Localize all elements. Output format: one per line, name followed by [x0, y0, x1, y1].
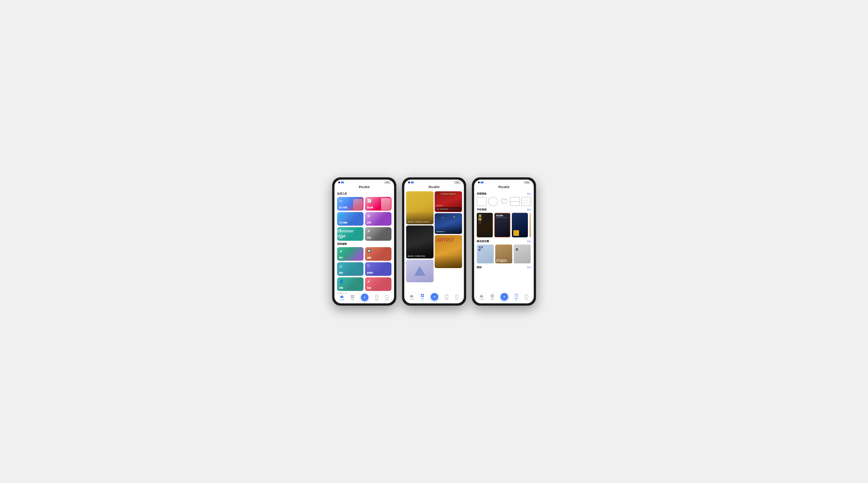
nav-effects-3[interactable]: 特效 [490, 294, 494, 300]
svg-rect-21 [492, 294, 494, 296]
nav-effects-label-2: 特效 [421, 297, 424, 300]
phone-3-content[interactable]: 拼图模板 更多 [474, 191, 534, 292]
nav-projects-label-2: 项目 [455, 298, 459, 300]
signal-icon-2 [411, 182, 414, 183]
effect-shadow[interactable]: Special - Golden Hour [406, 225, 434, 258]
tool-scissors[interactable]: ✂ 剪刀抠图 [337, 197, 364, 211]
templates-icon-1 [375, 295, 379, 298]
nav-projects-2[interactable]: 项目 [455, 294, 459, 300]
nav-templates-2[interactable]: 模板 [444, 294, 448, 300]
moments-row[interactable]: 无往前 Shopping Fiesta双十一购物狂欢节 手记 [477, 245, 531, 264]
phone-2-content[interactable]: Special - Summon a Genie Special - Golde… [404, 191, 464, 292]
moment-notes[interactable]: 手记 [514, 245, 531, 263]
nav-effects-label-1: 特效 [351, 299, 354, 301]
shape-square[interactable] [477, 197, 487, 206]
shape-circle[interactable] [488, 197, 498, 206]
shape-split[interactable] [510, 197, 520, 206]
tool-eraser[interactable]: ⬜ 橡皮擦 [365, 197, 392, 211]
effect-christmas2[interactable]: Christmas_2 [435, 213, 462, 234]
svg-rect-15 [445, 294, 448, 297]
effect-golden[interactable]: Special - Summon a Genie [406, 191, 434, 224]
tool-collage[interactable]: ⊞ 拼图 [365, 212, 392, 226]
nav-toolbox-1[interactable]: 工具箱 [339, 295, 344, 301]
status-left-3 [478, 182, 484, 183]
tool-glitch[interactable]: G 故障风 [365, 262, 392, 276]
svg-rect-12 [423, 294, 424, 295]
moments-section-header: 微信朋友圈 更多 [477, 239, 531, 243]
poster-moon[interactable] [512, 213, 528, 237]
svg-rect-22 [491, 296, 492, 297]
effects-col-left: Special - Summon a Genie Special - Golde… [406, 191, 434, 282]
shape-heart[interactable] [499, 197, 508, 206]
svg-rect-10 [411, 295, 412, 296]
poster-suit[interactable]: 私定西装 PERSONAL TAILOR [494, 213, 510, 237]
phone-1: PRO PicsKit 实用工具 ✂ 剪刀抠图 [332, 178, 396, 305]
nav-templates-1[interactable]: 模板 [375, 295, 379, 301]
tool-adjust[interactable]: ▲ 调节 [337, 247, 364, 261]
moment-shopping[interactable]: Shopping Fiesta双十一购物狂欢节 [495, 245, 512, 263]
effect-christmas1[interactable]: CHRISTMAS Christmas [435, 191, 462, 212]
toolbox-icon [340, 295, 344, 298]
tool-eraser-label: 橡皮擦 [367, 206, 373, 209]
nav-add-1[interactable]: + [361, 294, 368, 301]
shape-triple[interactable] [521, 197, 531, 206]
poster-more[interactable]: 更多 [527, 208, 531, 211]
nav-projects-1[interactable]: 项目 [385, 295, 389, 301]
app-title-2: PicsKit [404, 185, 464, 191]
phone-2-screen: PRO PicsKit Special - Summon a Genie [404, 180, 464, 303]
poster-row[interactable]: 美 味 CAN 私定西装 PERSONAL TAILOR [477, 213, 531, 238]
nav-effects-2[interactable]: 特效 [420, 294, 425, 301]
tool-crop-label: 裁剪 [339, 271, 343, 274]
signal-icon-3 [480, 182, 484, 183]
tool-text-label: 文字 [339, 236, 343, 239]
tool-art[interactable]: 🌐 艺术滤镜 [337, 212, 364, 226]
effects-col-right: CHRISTMAS Christmas [435, 191, 462, 282]
nav-add-2[interactable]: + [431, 293, 438, 300]
tool-filter-label: 滤镜 [367, 256, 371, 259]
effect-golden-label: Special - Summon a Genie [408, 221, 429, 223]
svg-rect-14 [423, 296, 424, 297]
projects-icon-1 [385, 295, 389, 298]
svg-rect-6 [375, 295, 378, 298]
moments-more[interactable]: 更多 [527, 240, 531, 243]
effects-grid: Special - Summon a Genie Special - Golde… [406, 191, 462, 284]
camera-dot-2 [408, 182, 410, 183]
tool-filter[interactable]: 🔲 滤镜 [365, 247, 392, 261]
poster-extra[interactable] [529, 213, 531, 237]
effects-icon-2 [420, 294, 425, 297]
nav-templates-label-2: 模板 [445, 298, 448, 300]
nav-add-3[interactable]: + [500, 293, 508, 300]
tool-fade-label: 淡色 [367, 236, 371, 239]
icon-more[interactable]: 更多 [527, 266, 531, 269]
nav-toolbox-2[interactable]: 工具箱 [409, 294, 414, 300]
effect-christmas2-label: Christmas_2 [436, 231, 445, 232]
moment-forward[interactable]: 无往前 [477, 245, 494, 263]
svg-rect-26 [525, 295, 528, 297]
nav-templates-3[interactable]: 模板 [514, 294, 519, 301]
tool-collage-label: 拼图 [367, 221, 371, 224]
tool-crop[interactable]: ⊡ 裁剪 [337, 262, 364, 276]
svg-rect-3 [353, 295, 354, 296]
nav-projects-3[interactable]: 项目 [525, 294, 529, 300]
app-title-1: PicsKit [335, 185, 394, 191]
tool-text[interactable]: T Summer Vibe 文字 [337, 227, 364, 241]
phone-1-content[interactable]: 实用工具 ✂ 剪刀抠图 ⬜ 橡皮擦 [335, 191, 394, 293]
tool-glitch-label: 故障风 [367, 271, 373, 274]
nav-toolbox-3[interactable]: 工具箱 [479, 294, 484, 300]
svg-rect-23 [492, 296, 494, 297]
toolbox-icon-3 [479, 294, 484, 298]
advanced-tools-grid: ▲ 调节 🔲 滤镜 ⊡ 裁剪 G 故障风 [337, 247, 392, 291]
effect-artist[interactable]: ARTIST [435, 235, 462, 268]
poster-food[interactable]: 美 味 CAN [477, 213, 493, 237]
svg-rect-17 [455, 295, 458, 297]
svg-rect-1 [341, 295, 343, 296]
nav-effects-1[interactable]: 特效 [350, 295, 354, 301]
pro-badge-2: PRO [455, 181, 460, 184]
tool-fade[interactable]: ❄ 淡色 [365, 227, 392, 241]
tool-brush[interactable]: 🖌 笔刷 [365, 277, 392, 291]
bottom-nav-1: 工具箱 特效 + 模板 [335, 293, 394, 303]
tool-double[interactable]: 👤 双曝 [337, 277, 364, 291]
collage-more[interactable]: 更多 [527, 192, 531, 195]
effect-triangle[interactable] [406, 260, 434, 282]
effect-christmas1-label: Christmas [436, 205, 443, 206]
